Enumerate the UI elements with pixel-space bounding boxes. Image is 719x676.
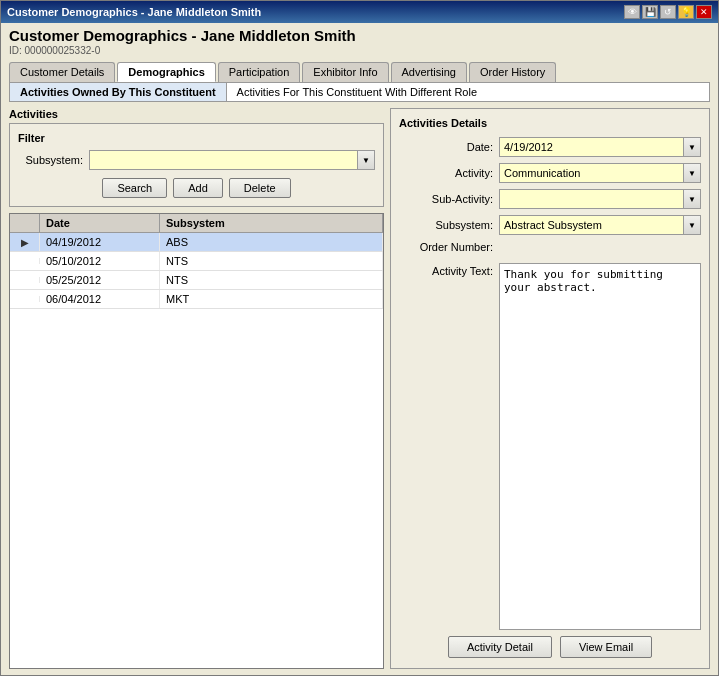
list-cell-subsystem: NTS: [160, 252, 383, 270]
filter-title: Filter: [18, 132, 375, 144]
title-bar-icons: 👁 💾 ↺ 💡 ✕: [624, 5, 712, 19]
tab-customer-details[interactable]: Customer Details: [9, 62, 115, 82]
subsystem-detail-dropdown-btn[interactable]: ▼: [683, 215, 701, 235]
main-tabs: Customer Details Demographics Participat…: [1, 58, 718, 82]
list-header-subsystem: Subsystem: [160, 214, 383, 232]
left-panel: Activities Filter Subsystem: ▼ Search Ad…: [9, 108, 384, 669]
add-button[interactable]: Add: [173, 178, 223, 198]
content-area: Activities Filter Subsystem: ▼ Search Ad…: [1, 102, 718, 675]
date-label: Date:: [399, 141, 499, 153]
sub-tabs: Activities Owned By This Constituent Act…: [9, 82, 710, 102]
order-number-label: Order Number:: [399, 241, 499, 253]
lightbulb-icon[interactable]: 💡: [678, 5, 694, 19]
list-cell-arrow: [10, 277, 40, 283]
activity-text-label: Activity Text:: [399, 263, 499, 630]
activity-detail-button[interactable]: Activity Detail: [448, 636, 552, 658]
row-arrow-icon: ▶: [21, 237, 29, 248]
list-header: Date Subsystem: [10, 214, 383, 233]
activities-list: Date Subsystem ▶ 04/19/2012 ABS 05/10/20…: [9, 213, 384, 669]
list-cell-arrow: [10, 258, 40, 264]
date-row: Date: ▼: [399, 137, 701, 157]
list-cell-date: 05/10/2012: [40, 252, 160, 270]
date-input-wrapper: ▼: [499, 137, 701, 157]
order-number-row: Order Number:: [399, 241, 701, 253]
list-cell-arrow: ▶: [10, 233, 40, 251]
sub-activity-input-wrapper: ▼: [499, 189, 701, 209]
tab-order-history[interactable]: Order History: [469, 62, 556, 82]
window-title: Customer Demographics - Jane Middleton S…: [7, 6, 261, 18]
title-bar: Customer Demographics - Jane Middleton S…: [1, 1, 718, 23]
tab-exhibitor-info[interactable]: Exhibitor Info: [302, 62, 388, 82]
subsystem-filter-label: Subsystem:: [18, 154, 83, 166]
list-cell-subsystem: NTS: [160, 271, 383, 289]
filter-box: Filter Subsystem: ▼ Search Add Delete: [9, 123, 384, 207]
list-item[interactable]: 05/25/2012 NTS: [10, 271, 383, 290]
bottom-buttons: Activity Detail View Email: [399, 630, 701, 660]
date-dropdown-btn[interactable]: ▼: [683, 137, 701, 157]
activity-input-wrapper: ▼: [499, 163, 701, 183]
activity-text-area: Activity Text: Thank you for submitting …: [399, 263, 701, 630]
details-title: Activities Details: [399, 117, 701, 129]
tab-demographics[interactable]: Demographics: [117, 62, 215, 82]
sub-activity-dropdown-btn[interactable]: ▼: [683, 189, 701, 209]
list-cell-arrow: [10, 296, 40, 302]
right-panel: Activities Details Date: ▼ Activity: ▼: [390, 108, 710, 669]
page-title: Customer Demographics - Jane Middleton S…: [9, 27, 710, 44]
details-box: Activities Details Date: ▼ Activity: ▼: [390, 108, 710, 669]
search-button[interactable]: Search: [102, 178, 167, 198]
sub-tab-different-role[interactable]: Activities For This Constituent With Dif…: [227, 83, 487, 101]
activities-title: Activities: [9, 108, 384, 120]
save-icon[interactable]: 💾: [642, 5, 658, 19]
activity-dropdown-btn[interactable]: ▼: [683, 163, 701, 183]
header-area: Customer Demographics - Jane Middleton S…: [1, 23, 718, 58]
activity-text-textarea[interactable]: Thank you for submitting your abstract.: [499, 263, 701, 630]
subsystem-filter-input[interactable]: [89, 150, 357, 170]
filter-buttons: Search Add Delete: [18, 178, 375, 198]
delete-button[interactable]: Delete: [229, 178, 291, 198]
list-cell-subsystem: ABS: [160, 233, 383, 251]
sub-activity-row: Sub-Activity: ▼: [399, 189, 701, 209]
list-cell-subsystem: MKT: [160, 290, 383, 308]
subsystem-detail-label: Subsystem:: [399, 219, 499, 231]
list-cell-date: 04/19/2012: [40, 233, 160, 251]
subsystem-filter-input-wrapper: ▼: [89, 150, 375, 170]
date-input[interactable]: [499, 137, 683, 157]
sub-activity-input[interactable]: [499, 189, 683, 209]
page-id: ID: 000000025332-0: [9, 45, 710, 56]
tab-advertising[interactable]: Advertising: [391, 62, 467, 82]
subsystem-detail-input-wrapper: ▼: [499, 215, 701, 235]
refresh-icon[interactable]: ↺: [660, 5, 676, 19]
main-window: Customer Demographics - Jane Middleton S…: [0, 0, 719, 676]
close-icon[interactable]: ✕: [696, 5, 712, 19]
list-item[interactable]: 06/04/2012 MKT: [10, 290, 383, 309]
list-header-date: Date: [40, 214, 160, 232]
filter-row: Subsystem: ▼: [18, 150, 375, 170]
sub-activity-label: Sub-Activity:: [399, 193, 499, 205]
list-item[interactable]: ▶ 04/19/2012 ABS: [10, 233, 383, 252]
subsystem-detail-input[interactable]: [499, 215, 683, 235]
view-email-button[interactable]: View Email: [560, 636, 652, 658]
list-cell-date: 05/25/2012: [40, 271, 160, 289]
eye-icon[interactable]: 👁: [624, 5, 640, 19]
subsystem-row: Subsystem: ▼: [399, 215, 701, 235]
activity-input[interactable]: [499, 163, 683, 183]
tab-participation[interactable]: Participation: [218, 62, 301, 82]
subsystem-filter-dropdown-btn[interactable]: ▼: [357, 150, 375, 170]
list-cell-date: 06/04/2012: [40, 290, 160, 308]
list-item[interactable]: 05/10/2012 NTS: [10, 252, 383, 271]
activity-label: Activity:: [399, 167, 499, 179]
activity-row: Activity: ▼: [399, 163, 701, 183]
sub-tab-owned[interactable]: Activities Owned By This Constituent: [10, 83, 227, 101]
list-header-arrow: [10, 214, 40, 232]
